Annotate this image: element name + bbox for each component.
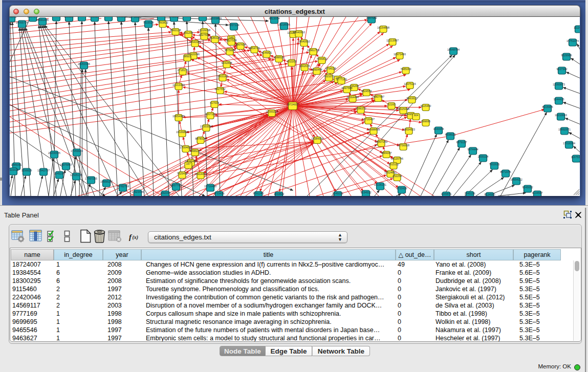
svg-text:1405572: 1405572 (10, 17, 17, 18)
svg-text:1156829: 1156829 (21, 169, 32, 172)
svg-text:6794028: 6794028 (325, 67, 336, 70)
svg-text:12923446: 12923446 (132, 190, 144, 193)
svg-text:9457791: 9457791 (171, 184, 182, 187)
svg-text:9245013: 9245013 (333, 192, 343, 195)
svg-text:2718176: 2718176 (178, 69, 188, 72)
svg-text:10654112: 10654112 (510, 178, 522, 181)
svg-text:9227342: 9227342 (557, 68, 568, 71)
svg-text:3824554: 3824554 (361, 90, 372, 93)
svg-text:8813054: 8813054 (269, 17, 280, 20)
svg-text:10671355: 10671355 (155, 17, 167, 17)
svg-text:10807487: 10807487 (372, 95, 384, 98)
svg-text:16120746: 16120746 (391, 157, 403, 160)
svg-text:15720407: 15720407 (362, 118, 375, 121)
svg-text:3267110: 3267110 (205, 113, 216, 116)
svg-text:7663822: 7663822 (158, 21, 168, 24)
svg-text:16914479: 16914479 (194, 172, 207, 176)
svg-text:8960128: 8960128 (170, 29, 181, 32)
svg-text:10719155: 10719155 (129, 17, 141, 18)
svg-text:10973493: 10973493 (394, 53, 406, 56)
svg-text:9463627: 9463627 (407, 97, 418, 100)
svg-text:13353594: 13353594 (200, 125, 212, 128)
svg-text:7632621: 7632621 (489, 163, 500, 166)
svg-text:15692971: 15692971 (558, 128, 571, 131)
svg-text:3498222: 3498222 (190, 149, 201, 152)
svg-text:9462210: 9462210 (169, 17, 180, 18)
svg-text:12213967: 12213967 (386, 39, 399, 42)
svg-text:1362615: 1362615 (299, 64, 310, 68)
svg-text:18807249: 18807249 (375, 140, 387, 143)
svg-text:9242848: 9242848 (222, 61, 232, 64)
svg-text:832203: 832203 (287, 60, 296, 63)
svg-text:8454749: 8454749 (249, 47, 260, 50)
svg-text:9474444: 9474444 (468, 148, 478, 151)
svg-text:1733426: 1733426 (214, 192, 225, 195)
svg-text:8471676: 8471676 (500, 170, 511, 173)
svg-text:9115460: 9115460 (421, 104, 431, 107)
svg-text:1621072: 1621072 (324, 75, 335, 78)
svg-text:1588520: 1588520 (274, 56, 285, 59)
svg-text:19958107: 19958107 (100, 180, 113, 183)
svg-text:62160: 62160 (388, 103, 396, 106)
svg-text:8427552: 8427552 (215, 87, 226, 91)
svg-text:1163254: 1163254 (64, 17, 75, 18)
svg-text:10688609: 10688609 (367, 128, 380, 131)
svg-text:19166825: 19166825 (176, 130, 188, 134)
svg-text:9327508: 9327508 (226, 39, 237, 42)
svg-text:1244415: 1244415 (554, 98, 564, 101)
svg-text:98901: 98901 (184, 55, 191, 58)
svg-text:8878334: 8878334 (195, 137, 206, 140)
svg-text:19756928: 19756928 (397, 144, 409, 147)
svg-text:7955812: 7955812 (317, 57, 328, 60)
svg-text:1092344: 1092344 (160, 191, 171, 194)
svg-text:14055724: 14055724 (16, 21, 28, 24)
svg-text:13524851: 13524851 (384, 171, 397, 174)
svg-text:9245652: 9245652 (522, 186, 533, 189)
svg-text:2087682: 2087682 (366, 17, 377, 19)
svg-text:2087145: 2087145 (28, 17, 38, 18)
svg-text:16210643: 16210643 (555, 114, 567, 117)
svg-text:2967608: 2967608 (235, 43, 246, 46)
svg-text:13226058: 13226058 (198, 29, 210, 32)
svg-text:8024567: 8024567 (77, 17, 88, 17)
svg-text:9134567: 9134567 (532, 191, 543, 194)
svg-text:10648784: 10648784 (447, 48, 460, 51)
svg-text:1045871: 1045871 (441, 192, 452, 195)
svg-text:2935114: 2935114 (478, 155, 489, 158)
svg-text:8135541: 8135541 (198, 17, 208, 17)
svg-text:17016504: 17016504 (563, 142, 575, 145)
svg-text:8215955: 8215955 (542, 105, 553, 108)
svg-text:18724007: 18724007 (287, 103, 299, 106)
svg-text:(x): (x) (133, 234, 139, 240)
svg-text:12942757: 12942757 (37, 169, 50, 172)
svg-text:7515526: 7515526 (143, 21, 154, 24)
svg-text:417005: 417005 (210, 101, 219, 104)
svg-text:15716485: 15716485 (204, 185, 216, 188)
svg-text:1145194: 1145194 (54, 172, 65, 175)
svg-text:8124560: 8124560 (485, 193, 495, 196)
svg-text:9134512: 9134512 (361, 191, 372, 194)
svg-text:8990448: 8990448 (312, 68, 322, 71)
svg-text:20691406: 20691406 (36, 18, 49, 21)
svg-text:7625402: 7625402 (177, 172, 188, 175)
svg-text:17359924: 17359924 (71, 149, 83, 152)
svg-text:3875685: 3875685 (225, 49, 235, 52)
svg-text:18640910: 18640910 (298, 40, 310, 43)
svg-text:10961758: 10961758 (307, 49, 319, 52)
svg-text:3915412: 3915412 (10, 168, 19, 171)
svg-text:12213369: 12213369 (172, 83, 185, 86)
svg-text:1640954: 1640954 (433, 127, 444, 130)
svg-text:9884067: 9884067 (381, 151, 392, 155)
svg-text:1082455: 1082455 (182, 17, 192, 17)
svg-text:12093873: 12093873 (553, 83, 565, 86)
svg-text:8938923: 8938923 (445, 133, 456, 136)
svg-text:6497568: 6497568 (342, 86, 353, 90)
svg-text:17004678: 17004678 (180, 146, 192, 149)
svg-text:19654923: 19654923 (403, 128, 415, 131)
svg-text:7485063: 7485063 (401, 68, 411, 71)
svg-text:1615112: 1615112 (388, 163, 399, 166)
svg-text:10653267: 10653267 (89, 17, 101, 18)
svg-text:16782759: 16782759 (117, 185, 129, 188)
svg-text:1485061: 1485061 (11, 163, 22, 166)
svg-text:10025438: 10025438 (397, 107, 409, 111)
